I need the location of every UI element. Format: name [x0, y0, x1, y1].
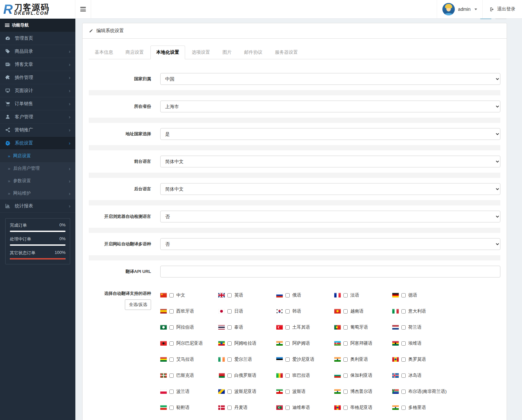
- language-checkbox[interactable]: [343, 357, 348, 362]
- field-select[interactable]: 否: [160, 238, 500, 250]
- language-checkbox[interactable]: [285, 341, 290, 346]
- language-checkbox[interactable]: [169, 325, 174, 330]
- language-checkbox[interactable]: [285, 406, 290, 410]
- language-checkbox[interactable]: [285, 293, 290, 297]
- language-checkbox[interactable]: [401, 373, 406, 378]
- field-input[interactable]: [160, 266, 500, 277]
- language-label: 中文: [176, 292, 185, 298]
- flag-icon: [392, 325, 399, 330]
- chevron-right-icon: ›: [69, 101, 70, 106]
- language-label: 多格里语: [408, 405, 426, 410]
- language-checkbox[interactable]: [227, 357, 232, 362]
- user-menu[interactable]: admin: [437, 0, 482, 18]
- language-label: 阿塞拜疆语: [350, 340, 373, 346]
- language-checkbox[interactable]: [343, 341, 348, 346]
- language-label: 爱尔兰语: [234, 356, 252, 362]
- settings-tab[interactable]: 服务器设置: [269, 46, 304, 59]
- language-checkbox[interactable]: [227, 341, 232, 346]
- logout-button[interactable]: 退出登录: [482, 0, 522, 18]
- sidebar-subitem[interactable]: » 参数设置 ›: [0, 175, 75, 187]
- form-row: 地址国家选择 是: [89, 118, 500, 145]
- field-select[interactable]: 中国: [160, 73, 500, 85]
- sidebar-item[interactable]: 插件管理 ›: [0, 71, 75, 84]
- field-select[interactable]: 简体中文: [160, 156, 500, 167]
- flag-icon: [334, 341, 341, 346]
- language-option: 越南语: [334, 306, 392, 317]
- settings-tab[interactable]: 本地化设置: [150, 46, 185, 59]
- language-checkbox[interactable]: [401, 325, 406, 330]
- language-checkbox[interactable]: [401, 357, 406, 362]
- sidebar-item-label: 系统设置: [13, 140, 69, 146]
- language-label: 波斯尼亚语: [234, 389, 257, 394]
- field-select[interactable]: 简体中文: [160, 183, 500, 195]
- chevron-right-icon: ›: [69, 127, 70, 133]
- language-checkbox[interactable]: [169, 309, 174, 314]
- settings-tab[interactable]: 选项设置: [186, 46, 216, 59]
- select-all-button[interactable]: 全选/反选: [125, 299, 151, 310]
- language-checkbox[interactable]: [169, 293, 174, 297]
- flag-icon: [392, 373, 399, 378]
- sidebar-toggle-button[interactable]: [75, 0, 91, 18]
- sidebar-item[interactable]: 客户管理 ›: [0, 110, 75, 124]
- settings-tab[interactable]: 图片: [217, 46, 238, 59]
- language-option: 多格里语: [392, 402, 450, 413]
- avatar: [442, 3, 455, 15]
- language-checkbox[interactable]: [285, 325, 290, 330]
- settings-tab[interactable]: 基本信息: [89, 46, 119, 59]
- language-checkbox[interactable]: [401, 309, 406, 314]
- language-checkbox[interactable]: [169, 390, 174, 394]
- chevron-right-icon: ›: [69, 48, 70, 54]
- language-checkbox[interactable]: [169, 373, 174, 378]
- field-select[interactable]: 否: [160, 211, 500, 222]
- sidebar-item-icon: [5, 203, 13, 209]
- field-select[interactable]: 是: [160, 128, 500, 140]
- settings-tab[interactable]: 邮件协议: [238, 46, 268, 59]
- language-checkbox[interactable]: [169, 406, 174, 410]
- language-checkbox[interactable]: [343, 406, 348, 410]
- sidebar-item-label: 订单销售: [13, 101, 69, 107]
- settings-tab[interactable]: 商店设置: [120, 46, 150, 59]
- language-checkbox[interactable]: [227, 325, 232, 330]
- field-label: 前台语言: [89, 158, 160, 165]
- sidebar-subitem[interactable]: » 网站维护 ›: [0, 187, 75, 200]
- language-checkbox[interactable]: [343, 309, 348, 314]
- language-checkbox[interactable]: [227, 373, 232, 378]
- sidebar-item-label: 管理首页: [13, 35, 70, 41]
- language-option: 韩语: [276, 306, 334, 317]
- language-label: 韩语: [292, 308, 301, 314]
- language-checkbox[interactable]: [227, 406, 232, 410]
- language-checkbox[interactable]: [343, 373, 348, 378]
- tab-label: 本地化设置: [156, 49, 179, 55]
- sidebar-item[interactable]: 统计报表 ›: [0, 200, 75, 213]
- double-chevron-icon: »: [8, 166, 10, 171]
- sidebar-item[interactable]: 管理首页: [0, 32, 75, 45]
- sidebar-item[interactable]: 系统设置 ›: [0, 137, 75, 150]
- language-checkbox[interactable]: [401, 293, 406, 297]
- language-label: 奥利亚语: [350, 356, 368, 362]
- language-checkbox[interactable]: [285, 390, 290, 394]
- language-checkbox[interactable]: [401, 341, 406, 346]
- language-checkbox[interactable]: [343, 390, 348, 394]
- sidebar-item[interactable]: 商品目录 ›: [0, 45, 75, 58]
- language-checkbox[interactable]: [285, 357, 290, 362]
- language-label: 博杰普尔语: [350, 389, 373, 394]
- language-checkbox[interactable]: [343, 293, 348, 297]
- sidebar-item[interactable]: 订单销售 ›: [0, 97, 75, 110]
- language-checkbox[interactable]: [285, 309, 290, 314]
- sidebar-item[interactable]: 页面设计 ›: [0, 84, 75, 97]
- field-select[interactable]: 上海市: [160, 101, 500, 112]
- sidebar-item[interactable]: 博客文章 ›: [0, 58, 75, 71]
- language-checkbox[interactable]: [227, 309, 232, 314]
- language-checkbox[interactable]: [401, 390, 406, 394]
- sidebar-item[interactable]: 营销推广 ›: [0, 124, 75, 137]
- language-checkbox[interactable]: [401, 406, 406, 410]
- sidebar-subitem[interactable]: » 网店设置: [0, 150, 75, 162]
- language-option: 白俄罗斯语: [218, 370, 276, 381]
- language-checkbox[interactable]: [227, 390, 232, 394]
- language-checkbox[interactable]: [169, 357, 174, 362]
- sidebar-subitem[interactable]: » 后台用户管理 ›: [0, 162, 75, 175]
- language-checkbox[interactable]: [285, 373, 290, 378]
- language-checkbox[interactable]: [169, 341, 174, 346]
- language-checkbox[interactable]: [227, 293, 232, 297]
- language-checkbox[interactable]: [343, 325, 348, 330]
